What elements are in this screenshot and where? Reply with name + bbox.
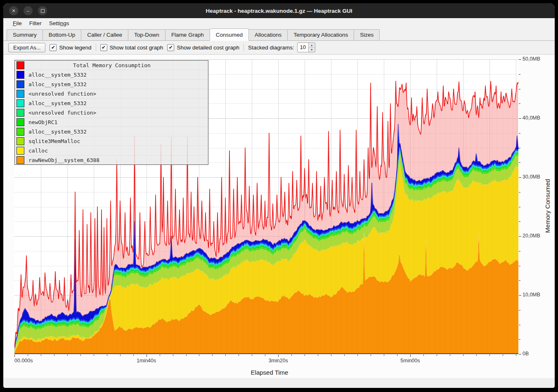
stacked-diagrams-spinbox[interactable]: 10 ▲ ▼: [297, 42, 315, 52]
legend-item: alloc__system_5332: [15, 80, 208, 89]
tab-summary[interactable]: Summary: [7, 29, 43, 40]
y-axis-tick-label: 20,0MB: [523, 233, 540, 239]
window-bottom-margin: [3, 378, 555, 388]
legend-item: sqlite3MemMalloc: [15, 136, 208, 146]
y-axis-tick-label: 40,0MB: [523, 115, 540, 121]
window-title: Heaptrack - heaptrack.wakunode.1.gz — He…: [3, 8, 555, 14]
tab-bar: Summary Bottom-Up Caller / Callee Top-Do…: [3, 28, 555, 41]
tab-temporary-allocations[interactable]: Temporary Allocations: [287, 29, 354, 40]
x-axis-tick-label: 3min20s: [269, 358, 288, 364]
spinbox-value[interactable]: 10: [298, 43, 308, 52]
chart-legend: Total Memory Consumption alloc__system_5…: [14, 60, 208, 165]
checkbox-box: ✔: [100, 44, 107, 51]
close-icon: ✕: [12, 9, 15, 13]
checkbox-box: ✔: [50, 44, 57, 51]
menu-item-filter[interactable]: Filter: [26, 19, 45, 27]
checkbox-box: ✔: [167, 44, 174, 51]
titlebar[interactable]: ✕ – Heaptrack - heaptrack.wakunode.1.gz …: [3, 3, 555, 18]
legend-item: newObjRC1: [15, 117, 208, 127]
menu-item-file[interactable]: File: [9, 19, 26, 27]
checkbox-show-detailed-cost-graph[interactable]: ✔ Show detailed cost graph: [167, 44, 239, 51]
color-swatch-icon: [17, 71, 24, 79]
minimize-button[interactable]: –: [24, 6, 33, 15]
x-axis-tick-label: 5min00s: [400, 358, 420, 364]
legend-item: alloc__system_5332: [15, 70, 208, 80]
checkbox-show-legend[interactable]: ✔ Show legend: [50, 44, 91, 51]
x-axis-tick-label: 1min40s: [137, 358, 156, 364]
color-swatch-icon: [17, 128, 24, 136]
window-controls: ✕ –: [9, 6, 47, 15]
color-swatch-icon: [17, 61, 24, 69]
y-axis-tick-label: 30,0MB: [523, 174, 540, 180]
check-icon: ✔: [51, 45, 55, 50]
spin-down-button[interactable]: ▼: [309, 48, 315, 52]
export-as-button[interactable]: Export As...: [8, 43, 45, 52]
y-axis-tick-label: 0B: [523, 351, 529, 357]
chart-area: Total Memory Consumption alloc__system_5…: [3, 54, 555, 378]
maximize-icon: [41, 9, 45, 13]
tab-flame-graph[interactable]: Flame Graph: [165, 29, 210, 40]
color-swatch-icon: [17, 156, 24, 164]
legend-item: alloc__system_5332: [15, 99, 208, 108]
legend-item: <unresolved function>: [15, 108, 208, 117]
check-icon: ✔: [102, 45, 106, 50]
legend-item-total: Total Memory Consumption: [15, 61, 208, 70]
color-swatch-icon: [17, 137, 24, 145]
color-swatch-icon: [17, 118, 24, 126]
tab-bottom-up[interactable]: Bottom-Up: [43, 29, 82, 40]
color-swatch-icon: [17, 109, 24, 117]
checkbox-label: Show detailed cost graph: [177, 45, 239, 51]
color-swatch-icon: [17, 147, 24, 155]
toolbar-separator: [96, 44, 96, 51]
check-icon: ✔: [169, 45, 173, 50]
legend-item: rawNewObj__system_6388: [15, 155, 208, 164]
y-axis-tick-label: 10,0MB: [523, 292, 540, 298]
close-button[interactable]: ✕: [9, 6, 18, 15]
checkbox-show-total-cost-graph[interactable]: ✔ Show total cost graph: [100, 44, 163, 51]
menubar: File Filter Settings: [3, 18, 555, 28]
legend-item: calloc: [15, 146, 208, 155]
legend-item: alloc__system_5332: [15, 127, 208, 136]
legend-title: Total Memory Consumption: [28, 62, 195, 68]
x-axis-tick-label: 00.000s: [14, 358, 33, 364]
tab-sizes[interactable]: Sizes: [354, 29, 380, 40]
minimize-icon: –: [27, 9, 29, 13]
menu-item-settings[interactable]: Settings: [45, 19, 73, 27]
tab-caller-callee[interactable]: Caller / Callee: [81, 29, 128, 40]
checkbox-label: Show total cost graph: [110, 45, 163, 51]
legend-item: <unresolved function>: [15, 89, 208, 99]
tab-top-down[interactable]: Top-Down: [128, 29, 166, 40]
tab-allocations[interactable]: Allocations: [248, 29, 288, 40]
color-swatch-icon: [17, 99, 24, 107]
app-window: ✕ – Heaptrack - heaptrack.wakunode.1.gz …: [3, 3, 555, 388]
color-swatch-icon: [17, 80, 24, 88]
x-axis-title: Elapsed Time: [218, 369, 321, 376]
spin-up-button[interactable]: ▲: [309, 43, 315, 48]
y-axis-tick-label: 50,0MB: [523, 56, 540, 62]
color-swatch-icon: [17, 90, 24, 98]
toolbar-separator: [244, 44, 244, 51]
stacked-diagrams-label: Stacked diagrams:: [248, 45, 294, 51]
y-axis-title: Memory Consumed: [544, 173, 551, 239]
checkbox-label: Show legend: [59, 45, 91, 51]
toolbar: Export As... ✔ Show legend ✔ Show total …: [3, 41, 555, 54]
tab-consumed[interactable]: Consumed: [210, 28, 249, 41]
maximize-button[interactable]: [38, 6, 47, 15]
